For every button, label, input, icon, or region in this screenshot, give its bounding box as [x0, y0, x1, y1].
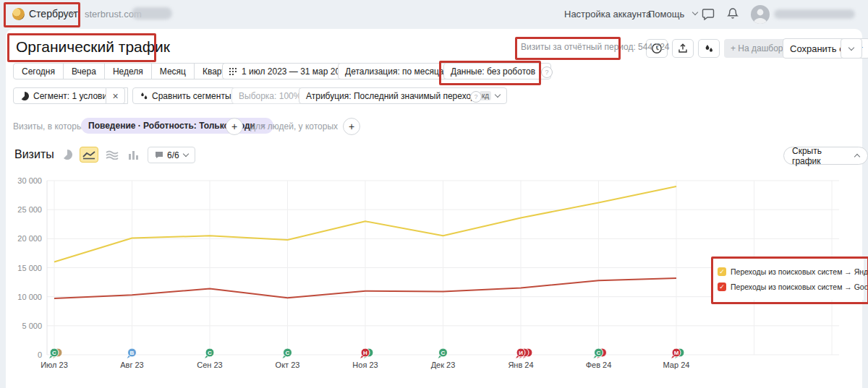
x-axis-label: Дек 23 [431, 361, 456, 369]
x-axis-label: Мар 24 [663, 361, 690, 369]
annotation-letter: С [286, 350, 290, 356]
legend-checkbox[interactable]: ✓ [718, 283, 726, 291]
annotation-letter: Н [363, 350, 367, 356]
annotation-letter: С [52, 350, 56, 356]
annotation-letter: И [519, 350, 523, 356]
y-axis-label: 30 000 [17, 176, 42, 185]
y-axis-label: 10 000 [17, 293, 42, 301]
traffic-chart[interactable]: 05 00010 00015 00020 00025 00030 000Июл … [0, 0, 868, 388]
y-axis-label: 5 000 [22, 322, 42, 330]
x-axis-label: Окт 23 [276, 361, 300, 369]
legend-checkbox[interactable]: ✓ [718, 267, 726, 276]
x-axis-label: Фев 24 [586, 361, 612, 369]
x-axis-label: Июл 23 [41, 361, 68, 369]
annotation-letter: М [674, 350, 679, 356]
legend-label: Переходы из поисковых систем → Яндекс [731, 267, 868, 276]
x-axis-label: Сен 23 [197, 361, 222, 369]
annotation-letter: В [130, 350, 135, 356]
x-axis-label: Ноя 23 [352, 361, 378, 369]
legend-item-google[interactable]: ✓ Переходы из поисковых систем → Google [718, 279, 864, 294]
x-axis-label: Янв 24 [508, 361, 533, 369]
y-axis-label: 15 000 [17, 264, 42, 272]
chart-legend: ✓ Переходы из поисковых систем → Яндекс … [713, 258, 864, 300]
y-axis-label: 0 [38, 350, 42, 359]
y-axis-label: 20 000 [17, 234, 42, 243]
legend-item-yandex[interactable]: ✓ Переходы из поисковых систем → Яндекс [718, 264, 864, 279]
annotation-letter: С [208, 350, 212, 356]
x-axis-label: Авг 23 [120, 361, 143, 369]
y-axis-label: 25 000 [17, 205, 42, 214]
legend-label: Переходы из поисковых систем → Google [731, 283, 868, 291]
annotation-letter: С [441, 350, 446, 356]
annotation-letter: С [597, 350, 601, 356]
